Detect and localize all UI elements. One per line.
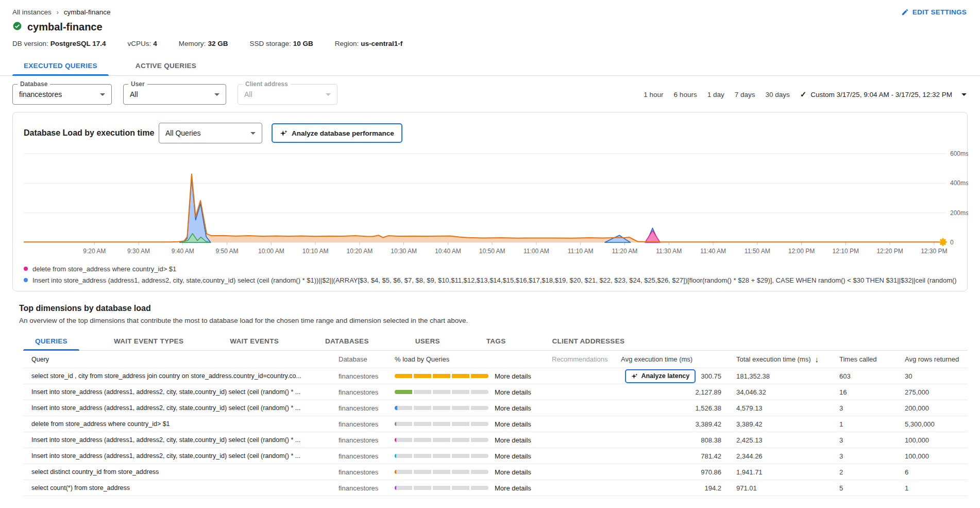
queries-table: QueryDatabase% load by QueriesRecommenda…	[23, 351, 968, 496]
avg-rows-returned-cell: 275,000	[899, 388, 968, 396]
chevron-down-icon	[326, 93, 331, 96]
breadcrumb-current: cymbal-finance	[64, 8, 111, 16]
x-axis-tick-label: 12:30 PM	[921, 248, 947, 255]
edit-settings-label: EDIT SETTINGS	[913, 8, 967, 16]
column-header-query: Query	[23, 356, 339, 363]
y-axis-tick-label: 200ms	[950, 209, 968, 217]
avg-execution-time-value: 2,127.89	[695, 388, 721, 396]
load-cell: More details	[395, 404, 544, 412]
x-axis-tick-label: 12:10 PM	[833, 248, 859, 255]
dim-tab-tags[interactable]: TAGS	[475, 332, 518, 350]
database-cell: financestores	[339, 404, 395, 412]
time-range-30-days[interactable]: 30 days	[765, 91, 789, 99]
check-icon: ✓	[800, 90, 807, 99]
total-execution-time-cell: 2,344.26	[726, 452, 835, 460]
time-range-1-hour[interactable]: 1 hour	[644, 91, 663, 99]
legend-item: Insert into store_address (address1, add…	[24, 274, 956, 286]
time-range-7-days[interactable]: 7 days	[735, 91, 755, 99]
dim-tab-wait-events[interactable]: WAIT EVENTS	[218, 332, 291, 350]
x-axis-tick-label: 11:00 AM	[523, 248, 549, 255]
times-called-cell: 603	[835, 372, 899, 380]
more-details-link[interactable]: More details	[495, 468, 531, 476]
analyze-database-performance-label: Analyze database performance	[292, 129, 394, 137]
avg-execution-time-value: 808.38	[701, 436, 721, 444]
dimension-tab-bar: QUERIESWAIT EVENT TYPESWAIT EVENTSDATABA…	[23, 332, 968, 351]
query-cell: Insert into store_address (address1, add…	[23, 452, 339, 460]
avg-rows-returned-cell: 100,000	[899, 436, 968, 444]
meta-vcpus: vCPUs:4	[128, 40, 157, 47]
times-called-cell: 3	[835, 452, 899, 460]
client-address-filter-value: All	[244, 90, 320, 99]
section-title: Top dimensions by database load	[19, 304, 968, 313]
user-filter-select[interactable]: User All	[123, 84, 226, 105]
breadcrumb: All instances › cymbal-finance	[12, 8, 111, 16]
column-header-database: Database	[339, 355, 395, 363]
more-details-link[interactable]: More details	[495, 404, 531, 412]
column-header-label: % load by Queries	[395, 355, 449, 363]
y-axis-tick-label: 600ms	[950, 150, 968, 157]
breadcrumb-all-instances[interactable]: All instances	[12, 8, 52, 16]
dim-tab-users[interactable]: USERS	[403, 332, 452, 350]
database-filter-select[interactable]: Database financestores	[12, 84, 112, 105]
more-details-link[interactable]: More details	[495, 388, 531, 396]
times-called-cell: 5	[835, 484, 899, 492]
database-cell: financestores	[339, 452, 395, 460]
x-axis-tick-label: 12:00 PM	[788, 248, 815, 255]
custom-time-range[interactable]: ✓ Custom 3/17/25, 9:04 AM - 3/17/25, 12:…	[800, 90, 967, 99]
load-bar	[395, 422, 488, 426]
database-cell: financestores	[339, 388, 395, 396]
breadcrumb-chevron-icon: ›	[57, 9, 59, 16]
meta-label: DB version:	[12, 40, 48, 47]
times-called-cell: 16	[835, 388, 899, 396]
meta-db-version: DB version:PostgreSQL 17.4	[12, 40, 106, 47]
x-axis-tick-label: 9:20 AM	[83, 248, 106, 255]
avg-execution-time-cell: 808.38	[614, 436, 726, 444]
dim-tab-queries[interactable]: QUERIES	[23, 332, 79, 350]
x-axis-tick-label: 9:40 AM	[172, 248, 194, 255]
load-bar-fill	[395, 422, 396, 426]
sort-descending-icon[interactable]: ↓	[815, 355, 819, 364]
more-details-link[interactable]: More details	[495, 452, 531, 460]
chart-title: Database Load by execution time	[24, 128, 159, 138]
load-chart[interactable]: 0200ms400ms600ms9:20 AM9:30 AM9:40 AM9:5…	[24, 150, 956, 261]
x-axis-tick-label: 11:20 AM	[612, 248, 638, 255]
page-title: cymbal-finance	[27, 21, 103, 33]
load-cell: More details	[395, 484, 544, 492]
avg-execution-time-cell: Analyze latency300.75	[614, 369, 726, 383]
analyze-database-performance-button[interactable]: Analyze database performance	[272, 123, 402, 143]
avg-execution-time-value: 970.86	[701, 468, 721, 476]
meta-label: SSD storage:	[249, 40, 291, 47]
user-filter-value: All	[130, 90, 209, 99]
tab-executed-queries[interactable]: EXECUTED QUERIES	[12, 56, 109, 75]
more-details-link[interactable]: More details	[495, 372, 531, 380]
time-range-6-hours[interactable]: 6 hours	[674, 91, 697, 99]
meta-label: vCPUs:	[128, 40, 151, 47]
client-address-filter-select: Client address All	[238, 84, 337, 105]
table-row: select distinct country_id from store_ad…	[23, 464, 968, 480]
load-bar	[395, 374, 488, 378]
load-cell: More details	[395, 468, 544, 476]
dim-tab-wait-event-types[interactable]: WAIT EVENT TYPES	[102, 332, 195, 350]
tab-active-queries[interactable]: ACTIVE QUERIES	[124, 56, 208, 75]
avg-rows-returned-cell: 100,000	[899, 452, 968, 460]
time-range-1-day[interactable]: 1 day	[707, 91, 724, 99]
avg-execution-time-cell: 1,526.38	[614, 404, 726, 412]
total-execution-time-cell: 3,389.42	[726, 420, 835, 428]
series-delete-from-store-address-pink-spike-area	[645, 231, 660, 242]
column-header-total-execution-time-ms[interactable]: Total execution time (ms) ↓	[726, 355, 835, 364]
y-axis-tick-label: 0	[950, 239, 954, 246]
filter-row: Database financestores User All Client a…	[0, 76, 980, 105]
chevron-down-icon	[250, 132, 256, 135]
status-ok-icon	[12, 21, 22, 33]
edit-settings-button[interactable]: EDIT SETTINGS	[901, 8, 967, 16]
more-details-link[interactable]: More details	[495, 436, 531, 444]
dim-tab-databases[interactable]: DATABASES	[313, 332, 381, 350]
meta-value: 4	[153, 40, 157, 47]
more-details-link[interactable]: More details	[495, 484, 531, 492]
analyze-latency-button[interactable]: Analyze latency	[625, 369, 696, 383]
dim-tab-client-addresses[interactable]: CLIENT ADDRESSES	[540, 332, 636, 350]
avg-execution-time-cell: 970.86	[614, 468, 726, 476]
column-header-label: Total execution time (ms)	[736, 355, 811, 363]
query-dimension-select[interactable]: All Queries	[159, 123, 262, 143]
more-details-link[interactable]: More details	[495, 420, 531, 428]
